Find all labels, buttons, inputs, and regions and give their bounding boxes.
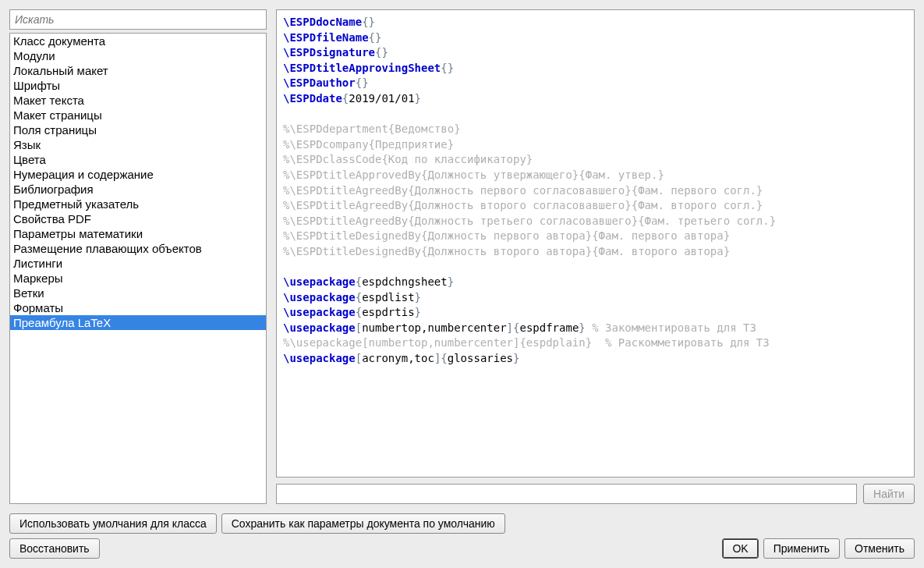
code-line: \ESPDdate{2019/01/01} [283, 91, 908, 107]
code-line [283, 260, 908, 275]
category-item[interactable]: Ветки [10, 286, 266, 300]
category-item[interactable]: Цвета [10, 152, 266, 167]
bottom-bar: Использовать умолчания для класса Сохран… [9, 513, 915, 559]
category-item[interactable]: Предметный указатель [10, 197, 266, 211]
category-item[interactable]: Библиография [10, 182, 266, 197]
category-item[interactable]: Модули [10, 48, 266, 63]
code-line: %\ESPDcompany{Предприятие} [283, 137, 908, 153]
main-area: Класс документаМодулиЛокальный макетШриф… [9, 9, 915, 504]
code-line: \ESPDfileName{} [283, 30, 908, 46]
restore-button[interactable]: Восстановить [9, 538, 100, 559]
code-line: \ESPDauthor{} [283, 76, 908, 91]
code-line: %\ESPDtitleDesignedBy{Должность первого … [283, 229, 908, 244]
code-line: \ESPDdocName{} [283, 15, 908, 30]
code-line: \ESPDsignature{} [283, 45, 908, 61]
code-line: \usepackage{espdlist} [283, 290, 908, 306]
find-row: Найти [276, 484, 915, 504]
ok-button[interactable]: OK [722, 538, 758, 559]
category-item[interactable]: Поля страницы [10, 122, 266, 137]
code-line: %\usepackage[numbertop,numbercenter]{esp… [283, 335, 908, 351]
category-item[interactable]: Форматы [10, 300, 266, 315]
bottom-right: OK Применить Отменить [722, 538, 915, 559]
save-as-defaults-button[interactable]: Сохранить как параметры документа по умо… [221, 513, 505, 534]
code-line: \ESPDtitleApprovingSheet{} [283, 61, 908, 76]
code-line: \usepackage[acronym,toc]{glossaries} [283, 351, 908, 367]
code-line: %\ESPDclassCode{Код по классификатору} [283, 152, 908, 168]
find-input[interactable] [276, 484, 857, 504]
code-line: %\ESPDtitleAgreedBy{Должность второго со… [283, 198, 908, 214]
code-line: %\ESPDtitleAgreedBy{Должность первого со… [283, 183, 908, 199]
bottom-left: Использовать умолчания для класса Сохран… [9, 513, 505, 559]
code-line [283, 107, 908, 122]
use-class-defaults-button[interactable]: Использовать умолчания для класса [9, 513, 217, 534]
find-button[interactable]: Найти [863, 484, 915, 504]
category-item[interactable]: Макет страницы [10, 108, 266, 122]
cancel-button[interactable]: Отменить [844, 538, 915, 559]
category-item[interactable]: Класс документа [10, 34, 266, 48]
left-panel: Класс документаМодулиЛокальный макетШриф… [9, 9, 267, 504]
category-item[interactable]: Локальный макет [10, 63, 266, 78]
apply-button[interactable]: Применить [763, 538, 840, 559]
right-panel: \ESPDdocName{}\ESPDfileName{}\ESPDsignat… [276, 9, 915, 504]
category-item[interactable]: Маркеры [10, 271, 266, 286]
code-line: %\ESPDtitleDesignedBy{Должность второго … [283, 244, 908, 260]
preamble-editor[interactable]: \ESPDdocName{}\ESPDfileName{}\ESPDsignat… [276, 9, 915, 477]
code-line: \usepackage{espdchngsheet} [283, 275, 908, 290]
category-item[interactable]: Шрифты [10, 78, 266, 93]
code-line: %\ESPDtitleAgreedBy{Должность третьего с… [283, 214, 908, 229]
category-item[interactable]: Язык [10, 137, 266, 152]
category-item[interactable]: Листинги [10, 256, 266, 271]
category-list[interactable]: Класс документаМодулиЛокальный макетШриф… [9, 33, 267, 504]
category-item[interactable]: Размещение плавающих объектов [10, 241, 266, 256]
code-line: \usepackage{espdrtis} [283, 305, 908, 321]
search-input[interactable] [9, 9, 267, 30]
code-line: %\ESPDtitleApprovedBy{Должность утвержаю… [283, 168, 908, 183]
category-item[interactable]: Макет текста [10, 93, 266, 108]
category-item[interactable]: Нумерация и содержание [10, 167, 266, 182]
category-item[interactable]: Параметры математики [10, 226, 266, 241]
code-line: %\ESPDdepartment{Ведомство} [283, 122, 908, 137]
code-line: \usepackage[numbertop,numbercenter]{espd… [283, 321, 908, 336]
category-item[interactable]: Свойства PDF [10, 211, 266, 226]
category-item[interactable]: Преамбула LaTeX [10, 315, 266, 330]
